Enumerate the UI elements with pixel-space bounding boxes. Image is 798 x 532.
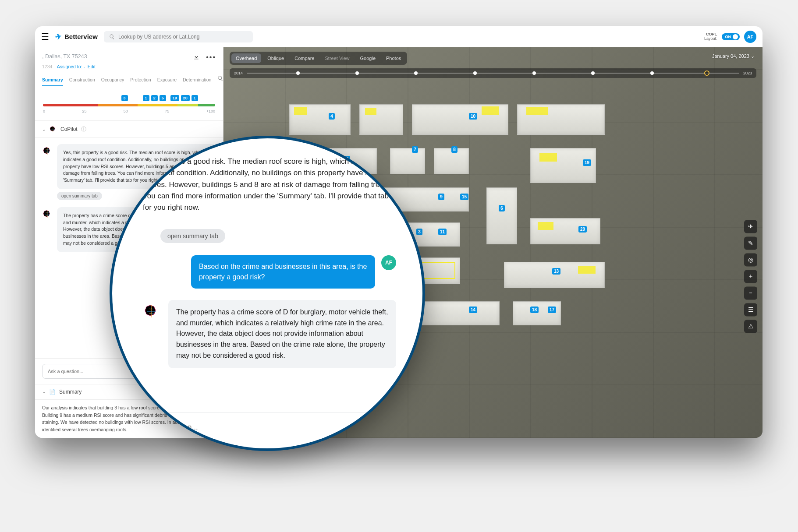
gauge-marker: 1 [143,95,149,101]
map-tab-photos[interactable]: Photos [382,53,405,63]
brand-mark-icon: ✈ [54,31,63,42]
property-address: , Dallas, TX 75243 [42,53,189,60]
tab-occupancy[interactable]: Occupancy [101,73,124,86]
building-badge[interactable]: 3 [416,229,422,235]
rocket-icon[interactable]: ✈ [744,220,757,233]
brain-icon [42,209,53,219]
building-badge[interactable]: 7 [412,146,418,153]
menu-icon[interactable]: ☰ [41,32,49,42]
risk-gauge: 3 1 2 5 19 20 1 0255075+100 [35,86,223,121]
building-badge[interactable]: 8 [451,146,458,153]
copilot-title: CoPilot [60,126,78,132]
more-icon[interactable]: ••• [206,53,216,61]
download-icon[interactable] [193,53,200,60]
magnified-action-chip[interactable]: open summary tab [160,229,225,243]
tab-determination[interactable]: Determination [183,73,211,86]
timeline-start: 2014 [234,71,243,75]
building-badge[interactable]: 18 [530,307,539,313]
magnified-user-avatar: AF [381,255,396,270]
detail-tabs: Summary Construction Occupancy Protectio… [35,73,223,86]
brand-name: Betterview [64,33,98,40]
gauge-marker: 3 [121,95,128,101]
tab-summary[interactable]: Summary [42,73,63,86]
magnified-bot-message: The property has a crime score of D for … [168,300,396,368]
map-tab-compare[interactable]: Compare [290,53,319,63]
brain-icon [42,146,53,156]
assignment-row: 1234 Assigned to: - Edit [35,64,223,73]
magnifier-overlay: …property is a good risk. The median roo… [110,136,425,451]
map-view-tabs: Overhead Oblique Compare Street View Goo… [230,52,407,65]
brain-icon [49,125,57,133]
chevron-down-icon: ⌄ [42,127,46,132]
building-badge[interactable]: 17 [548,307,556,313]
gauge-marker: 19 [170,95,179,101]
map-tab-google[interactable]: Google [356,53,380,63]
address-row: , Dallas, TX 75243 ••• [35,47,223,64]
building-badge[interactable]: 19 [583,159,591,166]
imagery-date: January 04, 2023 ⌄ [712,53,755,59]
building-badge[interactable]: 9 [438,194,444,200]
tab-construction[interactable]: Construction [69,73,95,86]
search-input[interactable] [118,34,248,40]
assigned-to-label: Assigned to: - [57,64,85,69]
gauge-ticks: 0255075+100 [43,109,215,113]
property-id: 1234 [42,64,52,69]
cope-toggle[interactable]: ON [722,33,740,40]
warning-icon[interactable]: ⚠ [744,320,757,333]
building-badge[interactable]: 10 [469,113,477,120]
header-right: COPE Layout: ON AF [704,31,756,43]
gauge-marker: 5 [160,95,166,101]
toggle-knob-icon [733,34,738,39]
building-badge[interactable]: 6 [499,205,505,211]
map-tab-streetview[interactable]: Street View [320,53,354,63]
summary-title: Summary [59,389,82,395]
chevron-down-icon[interactable]: ⌄ [751,53,755,59]
magnified-bot-message: …property is a good risk. The median roo… [143,156,396,220]
timeline-current-icon[interactable] [704,70,709,76]
magnified-user-row: Based on the crime and businesses in thi… [143,255,396,289]
imagery-timeline[interactable]: 2014 2023 [230,68,756,78]
timeline-end: 2023 [743,71,752,75]
building-badge[interactable]: 11 [438,229,447,235]
locate-icon[interactable]: ◎ [744,253,757,266]
toggle-label: ON [725,35,731,39]
edit-link[interactable]: Edit [88,64,96,69]
magnified-bot-row: The property has a crime score of D for … [143,300,396,368]
edit-tool-icon[interactable]: ✎ [744,236,757,250]
building-badge[interactable]: 4 [329,113,335,120]
info-icon[interactable]: ⓘ [81,126,86,133]
gauge-markers: 3 1 2 5 19 20 1 [43,95,215,101]
layers-icon[interactable]: ☰ [744,303,757,316]
gauge-bar [43,104,215,106]
cope-layout-label: COPE Layout: [704,32,717,41]
gauge-marker: 20 [181,95,190,101]
timeline-track[interactable] [247,73,739,74]
magnified-user-message: Based on the crime and businesses in thi… [191,255,375,289]
building-badge[interactable]: 13 [552,268,560,275]
map-tools: ✈ ✎ ◎ ＋ － ☰ ⚠ [744,220,757,333]
search-field[interactable] [104,31,253,42]
brain-icon [143,303,160,320]
action-chip[interactable]: open summary tab [57,192,102,200]
user-avatar[interactable]: AF [744,31,756,43]
copilot-header[interactable]: ⌄ CoPilot ⓘ [35,121,223,138]
building-badge[interactable]: 20 [578,226,587,233]
building-badge[interactable]: 14 [469,307,477,313]
zoom-out-icon[interactable]: － [744,286,757,299]
gauge-marker: 2 [151,95,158,101]
map-tab-overhead[interactable]: Overhead [231,53,261,63]
building-badge[interactable]: 15 [460,194,468,200]
header: ☰ ✈ Betterview COPE Layout: ON AF [35,26,763,47]
zoom-in-icon[interactable]: ＋ [744,270,757,283]
gauge-marker: 1 [192,95,198,101]
brand-logo[interactable]: ✈ Betterview [55,32,98,42]
chevron-down-icon: ⌄ [42,389,46,394]
search-icon [109,34,115,40]
map-tab-oblique[interactable]: Oblique [263,53,288,63]
tab-search-icon[interactable] [217,75,223,83]
tab-protection[interactable]: Protection [130,73,151,86]
tab-exposure[interactable]: Exposure [157,73,177,86]
doc-icon: 📄 [49,389,56,395]
